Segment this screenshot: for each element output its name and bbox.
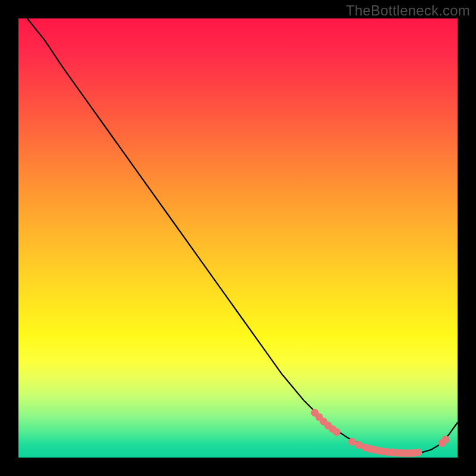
curve-line [27, 18, 458, 453]
curve-marker [333, 428, 341, 436]
chart-frame: TheBottleneck.com [0, 0, 476, 476]
curve-marker [442, 436, 450, 443]
chart-svg [18, 18, 458, 458]
watermark-label: TheBottleneck.com [346, 2, 470, 19]
plot-area [18, 18, 458, 458]
curve-marker [414, 449, 422, 456]
curve-marker [348, 438, 356, 446]
